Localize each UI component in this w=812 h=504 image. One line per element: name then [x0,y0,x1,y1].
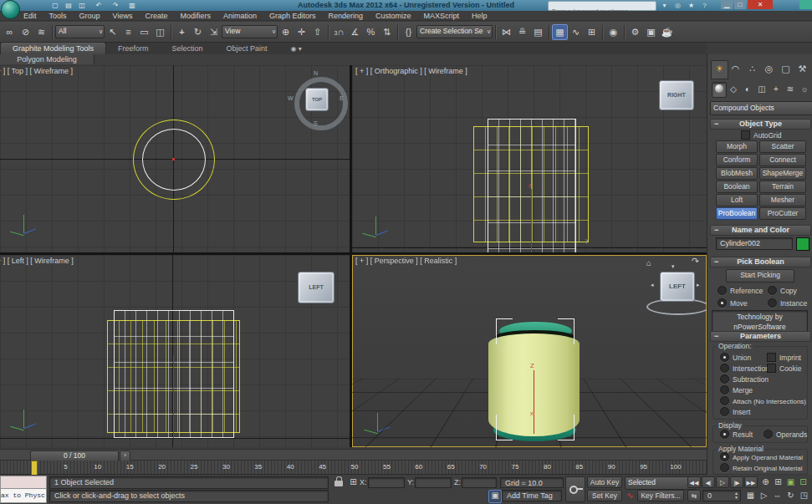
curve-editor-icon[interactable]: ∿ [568,24,584,40]
add-time-tag-field[interactable]: Add Time Tag [502,490,562,501]
go-to-end-button[interactable]: ▶▶ [744,476,758,488]
menu-modifiers[interactable]: Modifiers [180,12,211,20]
material-editor-icon[interactable]: ◉ [605,24,621,40]
flag-imprint[interactable]: Imprint [767,353,801,362]
category-cameras-icon[interactable]: ◫ [755,82,769,96]
x-coordinate-field[interactable] [368,477,405,488]
go-to-start-button[interactable]: ◀◀ [687,476,701,488]
viewport-left-label[interactable]: [ + ] [ Left ] [ Wireframe ] [0,257,74,265]
next-frame-button[interactable]: |▶ [730,476,743,488]
display-operands-option[interactable]: Operands [763,430,807,439]
align-icon[interactable]: ≞ [514,24,530,40]
ribbon-tab-graphite-modeling-tools[interactable]: Graphite Modeling Tools [0,42,106,54]
selection-filter-dropdown[interactable]: All∨ [55,25,105,38]
auto-key-button[interactable]: Auto Key [587,476,622,488]
window-crossing-icon[interactable]: ◫ [152,24,168,40]
key-filters-button[interactable]: Key Filters... [637,490,684,501]
unlink-selection-icon[interactable]: ⊘ [18,24,33,40]
orbit-arrow-icon[interactable]: ↷ [692,256,699,267]
select-and-manipulate-icon[interactable]: ✛ [294,24,309,40]
category-helpers-icon[interactable]: + [769,82,783,96]
maxscript-mini-listener[interactable]: ax to Physc [0,489,47,503]
operation-merge[interactable]: Merge [720,385,753,395]
orbit-icon[interactable]: ↻ [784,490,797,501]
viewport-perspective-label[interactable]: [ + ] [ Perspective ] [ Realistic ] [355,257,457,265]
tab-motion[interactable]: ◎ [761,60,777,78]
menu-graph-editors[interactable]: Graph Editors [269,12,316,20]
time-tag-icon[interactable]: ▣ [488,490,502,503]
button-boolean[interactable]: Boolean [716,181,758,193]
category-spacewarps-icon[interactable]: ≋ [784,82,797,96]
tab-create[interactable]: ☀ [711,60,728,79]
button-morph[interactable]: Morph [716,140,758,153]
compass-north[interactable]: N [314,70,318,76]
communication-center-icon[interactable]: ◎ [672,1,683,10]
viewcube-right[interactable]: RIGHT [659,80,694,110]
frame-spinner[interactable]: ▲▼ [733,491,739,500]
menu-create[interactable]: Create [145,12,167,20]
field-of-view-icon[interactable]: ▦ [744,490,757,501]
menu-animation[interactable]: Animation [223,12,257,20]
viewcube-home-icon[interactable]: ⌂ [646,258,651,267]
y-coordinate-field[interactable] [415,477,452,488]
button-scatter[interactable]: Scatter [759,140,806,153]
button-procutter[interactable]: ProCutter [759,207,806,220]
viewcube-top[interactable]: TOP [305,88,329,111]
minimize-button[interactable]: ▁ [721,0,733,9]
ribbon-tab-selection[interactable]: Selection [160,43,214,54]
zoom-all-icon[interactable]: ⊞ [772,476,784,488]
rectangular-selection-region-icon[interactable]: ▭ [136,24,152,40]
z-coordinate-field[interactable] [462,477,497,488]
polygon-modeling-panel[interactable]: Polygon Modeling [0,54,94,64]
render-setup-icon[interactable]: ⚙ [627,24,643,40]
zoom-icon[interactable]: ⊕ [759,476,772,488]
category-systems-icon[interactable]: ☼ [798,82,811,96]
button-proboolean[interactable]: ProBoolean [716,207,758,220]
menu-tools[interactable]: Tools [49,12,67,20]
button-conform[interactable]: Conform [716,154,758,166]
favorites-icon[interactable]: ★ [686,1,697,10]
rollout-parameters[interactable]: −Parameters [710,331,811,342]
button-shapemerge[interactable]: ShapeMerge [759,167,806,180]
layer-manager-icon[interactable]: ▤ [530,24,546,40]
viewport-top[interactable]: [ + ] [ Top ] [ Wireframe ] N W E S TOP [0,65,350,252]
menu-rendering[interactable]: Rendering [329,12,364,20]
current-frame-field[interactable]: 0▲▼ [702,490,741,501]
select-by-name-icon[interactable]: ≡ [120,24,136,40]
angle-snap-icon[interactable]: ∡ [347,24,363,40]
viewport-orthographic[interactable]: [ + ] [ Orthographic ] [ Wireframe ] y z… [352,65,707,252]
maximize-button[interactable]: □ [734,0,746,9]
operation-attach[interactable]: Attach (No Intersections) [720,396,806,405]
percent-snap-icon[interactable]: % [363,24,379,40]
viewcube-up-arrow[interactable]: ▾ [672,263,675,270]
tab-utilities[interactable]: ⚒ [794,60,810,78]
rollout-pick-boolean[interactable]: −Pick Boolean [710,257,811,267]
autogrid-checkbox[interactable] [741,130,750,140]
close-button[interactable]: ✕ [748,0,773,9]
select-and-rotate-icon[interactable]: ↻ [190,24,206,40]
schematic-view-icon[interactable]: ⊞ [584,24,600,40]
clone-move-option[interactable]: Move [718,298,748,308]
current-frame-marker[interactable] [31,461,38,476]
maximize-viewport-toggle-icon[interactable]: ◳ [798,490,810,501]
tab-hierarchy[interactable]: ∴ [744,60,760,78]
compass-west[interactable]: W [288,95,294,101]
rollout-name-and-color[interactable]: −Name and Color [710,225,811,236]
viewcube-compass[interactable]: N W E S TOP [288,70,345,127]
zoom-extents-icon[interactable]: ▣ [784,476,797,488]
viewcube-right-arrow[interactable]: ▸ [697,282,700,288]
viewport-orthographic-label[interactable]: [ + ] [ Orthographic ] [ Wireframe ] [355,67,467,75]
viewcube-left[interactable]: LEFT [298,272,335,303]
menu-group[interactable]: Group [79,12,100,20]
render-production-icon[interactable]: ☕ [659,24,675,40]
maxscript-macro-recorder[interactable] [0,476,47,489]
bind-to-spacewarp-icon[interactable]: ≋ [33,24,49,40]
tab-modify[interactable]: ◠ [728,60,743,78]
default-in-out-tangent-icon[interactable]: ∿ [624,490,636,501]
reference-coordinate-system-dropdown[interactable]: View∨ [222,25,278,38]
select-object-icon[interactable]: ↖ [105,24,120,40]
snaps-toggle-icon[interactable]: 3∩ [331,24,347,40]
viewcube-left-face[interactable]: LEFT [660,272,695,302]
edit-named-selection-sets-icon[interactable]: {} [401,24,416,40]
set-keys-button[interactable] [565,476,585,502]
